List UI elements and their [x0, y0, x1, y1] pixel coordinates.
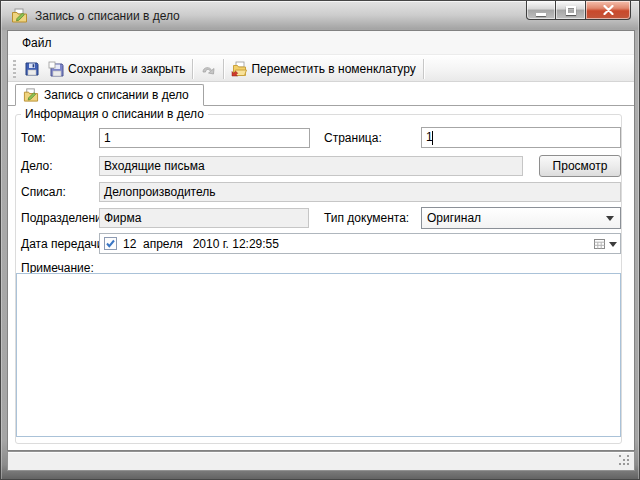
disabled-tool-button[interactable]	[196, 58, 220, 80]
folder-edit-icon[interactable]	[11, 7, 28, 24]
minimize-button[interactable]	[526, 1, 556, 20]
tab-record[interactable]: Запись о списании в дело	[15, 84, 204, 106]
toolbar-grip[interactable]	[13, 60, 16, 78]
move-to-nomenclature-label: Переместить в номенклатуру	[251, 62, 415, 76]
tab-label: Запись о списании в дело	[44, 88, 189, 102]
dialog-window: Запись о списании в дело Файл	[0, 0, 640, 480]
close-button[interactable]	[585, 1, 631, 20]
floppy-disk-icon	[24, 61, 40, 77]
writer-field: Делопроизводитель	[99, 182, 621, 202]
resize-grip-icon[interactable]	[619, 455, 631, 467]
move-to-nomenclature-button[interactable]: Переместить в номенклатуру	[227, 58, 419, 80]
volume-input[interactable]: 1	[99, 128, 310, 148]
chevron-down-icon	[609, 242, 617, 247]
status-bar	[7, 451, 635, 471]
volume-label: Том:	[21, 131, 46, 145]
division-field: Фирма	[99, 208, 309, 228]
close-x-icon	[603, 5, 614, 15]
caption-buttons	[526, 1, 631, 20]
maximize-icon	[566, 6, 576, 15]
date-value: 12 апреля 2010 г. 12:29:55	[123, 237, 279, 251]
folder-red-arrow-icon	[231, 61, 247, 77]
toolbar: Сохранить и закрыть	[8, 56, 634, 82]
save-button[interactable]	[20, 58, 44, 80]
gray-curved-arrow-icon	[200, 61, 216, 77]
client-area: Файл	[7, 30, 635, 451]
window-title: Запись о списании в дело	[35, 9, 180, 23]
date-checkbox[interactable]	[104, 237, 117, 250]
calendar-grid-icon	[593, 238, 606, 250]
date-dropdown-button[interactable]	[593, 236, 617, 252]
menubar: Файл	[8, 31, 634, 55]
page-input[interactable]: 1	[421, 127, 621, 148]
save-close-label: Сохранить и закрыть	[68, 62, 185, 76]
toolbar-separator	[192, 59, 193, 79]
transfer-date-picker[interactable]: 12 апреля 2010 г. 12:29:55	[99, 233, 621, 254]
case-field: Входящие письма	[99, 156, 523, 176]
case-label: Дело:	[21, 159, 53, 173]
folder-edit-icon	[23, 87, 39, 103]
text-caret	[432, 131, 433, 145]
doctype-label: Тип документа:	[324, 211, 409, 225]
chevron-down-icon	[606, 216, 614, 221]
groupbox-title: Информация о списании в дело	[21, 107, 208, 121]
save-close-button[interactable]: Сохранить и закрыть	[44, 58, 189, 80]
minimize-icon	[536, 13, 546, 16]
tab-strip: Запись о списании в дело	[8, 83, 634, 106]
maximize-button[interactable]	[556, 1, 585, 20]
transfer-date-label: Дата передачи:	[21, 237, 107, 251]
doctype-select[interactable]: Оригинал	[421, 207, 621, 229]
floppy-disk-arrow-icon	[48, 61, 64, 77]
titlebar[interactable]: Запись о списании в дело	[1, 1, 639, 30]
view-button[interactable]: Просмотр	[539, 155, 621, 177]
writer-label: Списал:	[21, 185, 66, 199]
toolbar-separator	[223, 59, 224, 79]
note-textarea[interactable]	[16, 273, 621, 437]
menu-item-file[interactable]: Файл	[15, 31, 59, 55]
toolbar-separator	[423, 59, 424, 79]
page-label: Страница:	[324, 131, 382, 145]
